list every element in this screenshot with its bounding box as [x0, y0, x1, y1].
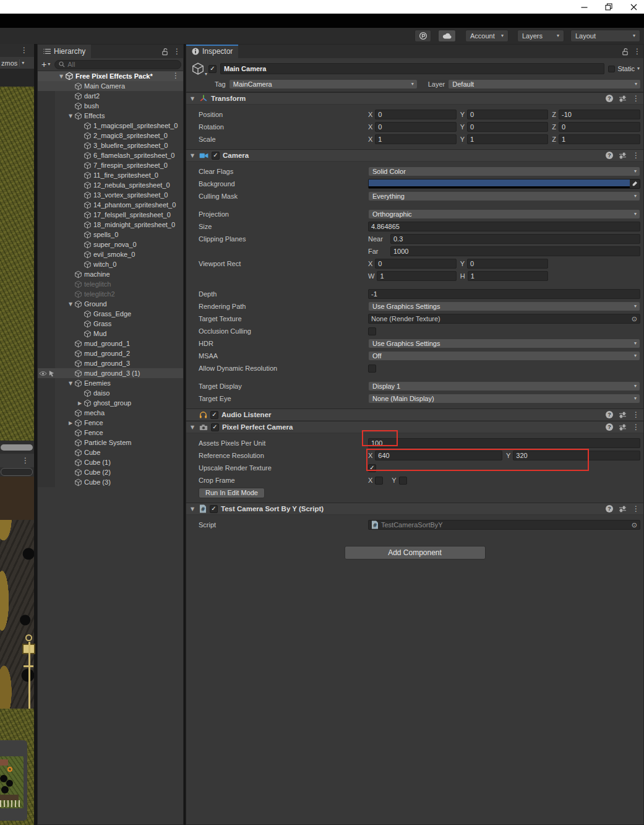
tag-dropdown[interactable]: MainCamera ▾ [229, 79, 418, 89]
hierarchy-item[interactable]: Fence [38, 428, 183, 438]
property-field[interactable]: 1 [377, 271, 456, 281]
property-field[interactable]: 0 [467, 259, 548, 269]
property-dropdown[interactable]: None (Main Display)▾ [368, 394, 640, 404]
hierarchy-item[interactable]: 6_flamelash_spritesheet_0 [38, 150, 183, 160]
object-field[interactable]: None (Render Texture)⊙ [368, 314, 640, 324]
foldout-arrow-icon[interactable]: ▶ [76, 400, 84, 406]
property-dropdown[interactable]: Everything▾ [368, 191, 640, 201]
component-enabled-checkbox[interactable]: ✓ [211, 423, 219, 431]
hierarchy-item[interactable]: machine [38, 269, 183, 279]
hierarchy-item[interactable]: teleglitch [38, 279, 183, 289]
property-dropdown[interactable]: Off▾ [368, 351, 640, 361]
presets-icon[interactable] [619, 95, 627, 102]
property-field[interactable]: 1 [559, 134, 640, 144]
kebab-menu-icon[interactable]: ⋮ [632, 152, 640, 159]
hierarchy-item[interactable]: mud_ground_3 (1) [38, 368, 183, 378]
minimize-button[interactable] [573, 0, 595, 14]
kebab-menu-icon[interactable]: ⋮ [22, 457, 29, 464]
panel-search-field[interactable] [1, 468, 33, 476]
kebab-menu-icon[interactable]: ⋮ [632, 505, 640, 512]
kebab-menu-icon[interactable]: ⋮ [172, 72, 179, 79]
tab-hierarchy[interactable]: Hierarchy [38, 45, 91, 58]
hierarchy-item[interactable]: mecha [38, 408, 183, 418]
property-field[interactable]: 0 [467, 122, 548, 132]
pick-icon[interactable] [48, 370, 55, 377]
hierarchy-item[interactable]: Cube (2) [38, 467, 183, 477]
gameobject-cube-icon[interactable]: ▾ [191, 62, 205, 76]
foldout-arrow-icon[interactable]: ▶ [67, 420, 74, 426]
object-field[interactable]: #TestCameraSortByY⊙ [368, 520, 640, 530]
help-icon[interactable]: ? [606, 95, 613, 102]
gameobject-name-field[interactable]: Main Camera [220, 63, 604, 74]
property-field[interactable]: 0 [375, 110, 456, 119]
kebab-menu-icon[interactable]: ⋮ [632, 423, 640, 431]
hierarchy-item[interactable]: 12_nebula_spritesheet_0 [38, 180, 183, 190]
help-icon[interactable]: ? [606, 423, 613, 431]
component-header[interactable]: ▼✓Pixel Perfect Camera?⋮ [186, 421, 643, 433]
hierarchy-item[interactable]: Cube (3) [38, 477, 183, 487]
kebab-menu-icon[interactable]: ⋮ [633, 48, 641, 55]
component-header[interactable]: ▼✓Camera?⋮ [186, 149, 643, 162]
scrollbar-thumb[interactable] [1, 444, 33, 451]
property-field[interactable]: 4.864865 [368, 222, 640, 231]
hierarchy-item[interactable]: 11_fire_spritesheet_0 [38, 170, 183, 180]
create-button[interactable]: + ▾ [40, 59, 52, 69]
hierarchy-item[interactable]: 18_midnight_spritesheet_0 [38, 220, 183, 230]
property-checkbox[interactable] [368, 365, 376, 373]
hierarchy-item[interactable]: Cube (1) [38, 457, 183, 467]
property-dropdown[interactable]: Use Graphics Settings▾ [368, 301, 640, 311]
property-field[interactable]: 640 [375, 451, 502, 460]
hierarchy-item[interactable]: 1_magicspell_spritesheet_0 [38, 121, 183, 131]
kebab-menu-icon[interactable]: ⋮ [632, 411, 640, 418]
static-checkbox[interactable] [608, 66, 615, 72]
property-field[interactable]: -1 [368, 289, 640, 299]
foldout-arrow-icon[interactable]: ▼ [189, 153, 196, 158]
hierarchy-item[interactable]: 13_vortex_spritesheet_0 [38, 190, 183, 200]
hierarchy-item[interactable]: mud_ground_2 [38, 348, 183, 358]
hierarchy-item[interactable]: Mud [38, 329, 183, 339]
cloud-button[interactable] [438, 30, 456, 42]
gameobject-enabled-checkbox[interactable]: ✓ [208, 65, 217, 73]
property-dropdown[interactable]: Use Graphics Settings▾ [368, 339, 640, 348]
component-enabled-checkbox[interactable]: ✓ [210, 505, 218, 513]
hierarchy-item[interactable]: evil_smoke_0 [38, 249, 183, 259]
hierarchy-item[interactable]: Cube [38, 447, 183, 457]
lock-open-icon[interactable] [622, 48, 629, 56]
hierarchy-item[interactable]: 14_phantom_spritesheet_0 [38, 200, 183, 210]
kebab-menu-icon[interactable]: ⋮ [173, 48, 181, 55]
plastic-scm-button[interactable] [414, 30, 431, 42]
property-field[interactable]: -10 [559, 110, 640, 119]
run-in-edit-mode-button[interactable]: Run In Edit Mode [199, 488, 265, 498]
foldout-arrow-icon[interactable]: ▼ [67, 113, 74, 119]
hierarchy-item[interactable]: ▼Ground [38, 299, 183, 309]
property-checkbox[interactable] [368, 327, 376, 335]
hierarchy-item[interactable]: Grass [38, 319, 183, 329]
component-header[interactable]: ▼Transform?⋮ [186, 92, 643, 105]
kebab-menu-icon[interactable]: ⋮ [632, 95, 640, 102]
property-field[interactable]: 100 [368, 438, 640, 448]
hierarchy-item[interactable]: teleglitch2 [38, 289, 183, 299]
hierarchy-item[interactable]: 3_bluefire_spritesheet_0 [38, 140, 183, 150]
property-field[interactable]: 320 [513, 451, 640, 460]
foldout-arrow-icon[interactable]: ▼ [67, 381, 74, 386]
foldout-arrow-icon[interactable]: ▼ [189, 425, 196, 430]
foldout-arrow-icon[interactable]: ▼ [58, 74, 65, 79]
layer-dropdown[interactable]: Default ▾ [448, 79, 641, 89]
property-field[interactable]: 0 [375, 122, 456, 132]
hierarchy-item[interactable]: daiso [38, 388, 183, 398]
presets-icon[interactable] [619, 424, 627, 431]
hierarchy-item[interactable]: ▶ghost_group [38, 398, 183, 408]
property-field[interactable]: 1 [467, 134, 548, 144]
hierarchy-item[interactable]: Particle System [38, 438, 183, 447]
property-field[interactable]: 0.3 [390, 234, 640, 244]
eye-icon[interactable] [39, 371, 47, 376]
property-checkbox[interactable] [399, 477, 407, 485]
hierarchy-item[interactable]: super_nova_0 [38, 240, 183, 249]
property-dropdown[interactable]: Display 1▾ [368, 381, 640, 391]
property-field[interactable]: 0 [375, 259, 456, 269]
hierarchy-item[interactable]: bush [38, 101, 183, 111]
property-dropdown[interactable]: Orthographic▾ [368, 209, 640, 219]
hierarchy-item[interactable]: mud_ground_1 [38, 339, 183, 348]
add-component-button[interactable]: Add Component [345, 546, 486, 559]
chevron-down-icon[interactable]: ▾ [22, 61, 24, 66]
